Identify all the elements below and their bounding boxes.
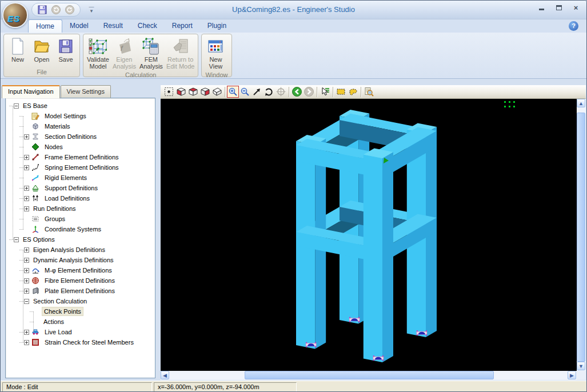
- navigation-tree: ES BaseModel SettingsMaterialsSection De…: [6, 98, 155, 347]
- tree-item-groups[interactable]: Groups: [6, 214, 155, 224]
- help-icon[interactable]: ?: [569, 21, 578, 31]
- tree-item-coordinate-systems[interactable]: Coordinate Systems: [6, 224, 155, 234]
- tree-item-load-definitions[interactable]: Load Definitions: [6, 193, 155, 203]
- view-back-button[interactable]: [291, 86, 303, 98]
- zoom-out-button[interactable]: [239, 86, 251, 98]
- tree-item-run-definitions[interactable]: Run Definitions: [6, 203, 155, 214]
- expand-plus-icon[interactable]: [24, 206, 29, 211]
- tree-item-rigid-elements[interactable]: Rigid Elements: [6, 173, 155, 183]
- tree-item-label: Rigid Elements: [43, 174, 89, 182]
- tree-item-label: Section Definitions: [43, 133, 98, 141]
- save-button[interactable]: [37, 4, 48, 15]
- tab-check[interactable]: Check: [130, 19, 165, 33]
- tab-model[interactable]: Model: [62, 19, 96, 33]
- pan-button[interactable]: [251, 86, 263, 98]
- scroll-up-button[interactable]: ▲: [577, 99, 585, 107]
- new-view-button[interactable]: New View: [203, 35, 227, 71]
- vertical-scrollbar[interactable]: ▲ ▼: [577, 99, 586, 371]
- tree-item-label: Groups: [43, 215, 67, 223]
- tree-item-materials[interactable]: Materials: [6, 121, 155, 131]
- find-icon: [364, 86, 374, 97]
- tree-item-dynamic-analysis-definitions[interactable]: Dynamic Analysis Definitions: [6, 255, 155, 265]
- tree-item-check-points[interactable]: Check Points: [6, 306, 155, 317]
- minimize-button[interactable]: [536, 3, 548, 12]
- select-lasso-button[interactable]: [347, 86, 359, 98]
- support-definitions-icon: [31, 184, 41, 192]
- tree-item-frame-element-definitions[interactable]: Frame Element Definitions: [6, 152, 155, 162]
- close-button[interactable]: ×: [570, 3, 582, 12]
- select-rectangle-button[interactable]: [335, 86, 347, 98]
- view-back-icon: [291, 86, 302, 97]
- tree-item-es-base[interactable]: ES Base: [6, 101, 155, 111]
- tree-item-es-options[interactable]: ES Options: [6, 234, 155, 245]
- scroll-left-button[interactable]: ◀: [161, 371, 169, 379]
- rotate-button[interactable]: [263, 86, 275, 98]
- fem-analysis-button[interactable]: FEM Analysis: [138, 35, 165, 71]
- tree-item-actions[interactable]: Actions: [6, 317, 155, 327]
- new-view-icon: [206, 37, 225, 56]
- model-viewport[interactable]: [161, 99, 577, 371]
- expand-minus-icon[interactable]: [24, 299, 29, 304]
- tree-item-support-definitions[interactable]: Support Definitions: [6, 183, 155, 193]
- view-cube-iso-button[interactable]: [211, 86, 223, 98]
- pan-icon: [251, 86, 262, 97]
- horizontal-scrollbar[interactable]: ◀ ▶: [161, 371, 577, 380]
- tab-result[interactable]: Result: [96, 19, 130, 33]
- tree-item-label: Model Settings: [43, 112, 88, 120]
- tree-item-eigen-analysis-definitions[interactable]: Eigen Analysis Definitions: [6, 245, 155, 255]
- undo-button[interactable]: [50, 4, 62, 15]
- zoom-in-button[interactable]: [227, 86, 239, 98]
- tab-home[interactable]: Home: [28, 19, 62, 33]
- find-button[interactable]: [363, 86, 375, 98]
- expand-plus-icon[interactable]: [24, 330, 29, 335]
- select-button[interactable]: [319, 86, 331, 98]
- scroll-down-button[interactable]: ▼: [577, 362, 585, 370]
- scroll-right-button[interactable]: ▶: [568, 371, 576, 379]
- expand-plus-icon[interactable]: [24, 155, 29, 160]
- tree-item-section-definitions[interactable]: Section Definitions: [6, 131, 155, 142]
- redo-button[interactable]: [64, 4, 75, 15]
- quick-access-dropdown[interactable]: —▾: [87, 5, 95, 13]
- tab-plugin[interactable]: Plugin: [200, 19, 234, 33]
- expand-plus-icon[interactable]: [24, 289, 29, 294]
- panel-tab-input-navigation[interactable]: Input Navigation: [2, 85, 60, 98]
- view-cube-top-button[interactable]: [187, 86, 199, 98]
- tree-item-live-load[interactable]: Live Load: [6, 327, 155, 337]
- expand-plus-icon[interactable]: [24, 258, 29, 263]
- tree-item-spring-element-definitions[interactable]: Spring Element Definitions: [6, 162, 155, 173]
- select-rectangle-icon: [336, 86, 346, 97]
- expand-plus-icon[interactable]: [24, 340, 29, 345]
- quick-access-toolbar: [31, 3, 81, 17]
- expand-plus-icon[interactable]: [24, 165, 29, 170]
- panel-tab-view-settings[interactable]: View Settings: [61, 85, 111, 98]
- validate-model-button[interactable]: Validate Model: [85, 35, 111, 71]
- expand-plus-icon[interactable]: [24, 247, 29, 253]
- tree-item-nodes[interactable]: Nodes: [6, 142, 155, 152]
- tree-item-plate-element-definitions[interactable]: Plate Element Definitions: [6, 286, 155, 296]
- view-cube-side-button[interactable]: [199, 86, 211, 98]
- horizontal-scroll-thumb[interactable]: [245, 371, 494, 379]
- expand-plus-icon[interactable]: [24, 196, 29, 201]
- expand-minus-icon[interactable]: [14, 103, 19, 109]
- application-menu-button[interactable]: ES: [2, 2, 28, 28]
- tree-item-model-settings[interactable]: Model Settings: [6, 111, 155, 121]
- expand-minus-icon[interactable]: [14, 237, 19, 242]
- open-button[interactable]: Open: [30, 35, 54, 64]
- expand-plus-icon[interactable]: [24, 268, 29, 273]
- tab-report[interactable]: Report: [165, 19, 200, 33]
- save-button[interactable]: Save: [54, 35, 78, 64]
- tree-item-fibre-element-definitions[interactable]: Fibre Element Definitions: [6, 275, 155, 286]
- vertical-scroll-thumb[interactable]: [577, 113, 585, 362]
- tree-item-m-element-definitions[interactable]: M-φ Element Definitions: [6, 265, 155, 275]
- tree-item-strain-check-for-steel-members[interactable]: Strain Check for Steel Members: [6, 337, 155, 347]
- view-cube-front-button[interactable]: [175, 86, 187, 98]
- expand-plus-icon[interactable]: [24, 134, 29, 139]
- new-button[interactable]: New: [6, 35, 30, 64]
- maximize-button[interactable]: [553, 3, 565, 12]
- tree-item-section-calculation[interactable]: Section Calculation: [6, 296, 155, 306]
- input-navigation-panel: ES BaseModel SettingsMaterialsSection De…: [5, 98, 155, 378]
- expand-plus-icon[interactable]: [24, 278, 29, 283]
- expand-plus-icon[interactable]: [24, 186, 29, 191]
- fit-view-button[interactable]: [163, 86, 175, 98]
- mphi-element-icon: [31, 266, 41, 274]
